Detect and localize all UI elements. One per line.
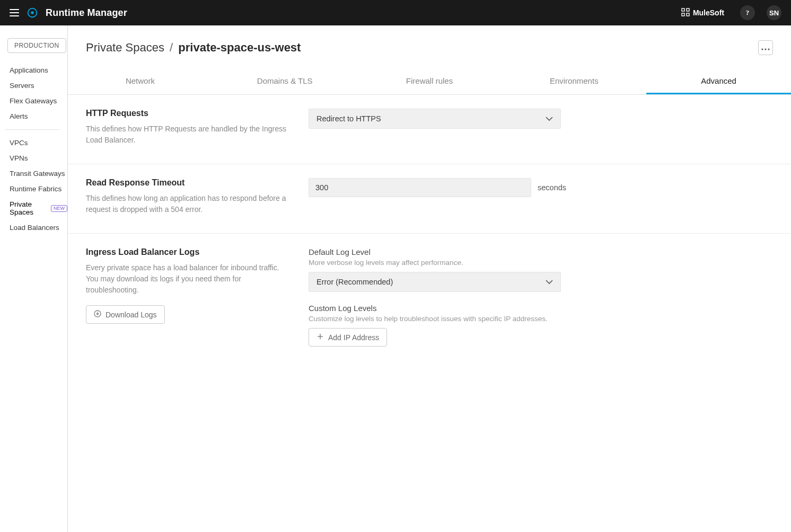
button-label: Add IP Address (328, 333, 379, 342)
main: Private Spaces / private-space-us-west N… (68, 25, 791, 532)
sidebar-item-alerts[interactable]: Alerts (2, 109, 67, 124)
sidebar: PRODUCTION Applications Servers Flex Gat… (0, 25, 68, 532)
section-title: HTTP Requests (86, 109, 287, 118)
field-label: Custom Log Levels (309, 304, 648, 313)
download-icon (94, 310, 101, 319)
svg-rect-5 (687, 13, 689, 16)
sidebar-item-load-balancers[interactable]: Load Balancers (2, 220, 67, 235)
custom-log-levels-block: Custom Log Levels Customize log levels t… (309, 304, 648, 347)
svg-rect-2 (682, 8, 684, 11)
sidebar-item-vpcs[interactable]: VPCs (2, 135, 67, 150)
tabs: Network Domains & TLS Firewall rules Env… (68, 70, 791, 95)
chevron-down-icon (546, 278, 553, 286)
download-logs-button[interactable]: Download Logs (86, 305, 165, 324)
page-header: Private Spaces / private-space-us-west (68, 25, 791, 57)
section-http-requests: HTTP Requests This defines how HTTP Requ… (68, 95, 791, 164)
sidebar-item-private-spaces[interactable]: Private Spaces NEW (2, 197, 67, 220)
sidebar-item-runtime-fabrics[interactable]: Runtime Fabrics (2, 181, 67, 197)
sidebar-item-label: Private Spaces (10, 200, 48, 216)
svg-point-8 (768, 48, 769, 50)
grid-icon (681, 8, 690, 18)
new-pill: NEW (51, 205, 67, 212)
svg-point-1 (31, 11, 34, 14)
svg-rect-3 (687, 8, 689, 11)
select-value: Redirect to HTTPS (317, 114, 381, 123)
chevron-down-icon (546, 114, 553, 123)
section-description: Every private space has a load balancer … (86, 262, 287, 296)
tab-environments[interactable]: Environments (502, 70, 646, 94)
help-button[interactable]: ? (740, 5, 755, 20)
sidebar-item-label: Servers (10, 82, 34, 90)
sidebar-item-label: VPCs (10, 139, 28, 147)
app-title: Runtime Manager (46, 7, 127, 19)
breadcrumb-parent[interactable]: Private Spaces (86, 41, 164, 54)
app-logo-icon (27, 7, 38, 19)
select-value: Error (Recommended) (317, 278, 393, 286)
tab-firewall[interactable]: Firewall rules (357, 70, 502, 94)
plus-icon (317, 333, 324, 342)
field-label: Default Log Level (309, 247, 648, 256)
add-ip-address-button[interactable]: Add IP Address (309, 328, 387, 347)
section-read-response-timeout: Read Response Timeout This defines how l… (68, 164, 791, 234)
tab-domains-tls[interactable]: Domains & TLS (213, 70, 357, 94)
section-title: Ingress Load Balancer Logs (86, 247, 287, 257)
svg-rect-4 (682, 13, 684, 16)
breadcrumb-current: private-space-us-west (178, 41, 301, 54)
default-log-level-block: Default Log Level More verbose log level… (309, 247, 648, 292)
sidebar-item-label: Runtime Fabrics (10, 185, 61, 193)
sidebar-item-label: Load Balancers (10, 224, 59, 232)
sidebar-item-label: Applications (10, 66, 48, 74)
section-description: This defines how long an application has… (86, 193, 287, 215)
breadcrumb: Private Spaces / private-space-us-west (86, 41, 301, 55)
field-hint: More verbose log levels may affect perfo… (309, 259, 648, 267)
sidebar-item-label: Alerts (10, 112, 28, 120)
tab-advanced[interactable]: Advanced (646, 70, 791, 94)
timeout-input[interactable] (309, 178, 531, 197)
more-actions-button[interactable] (758, 40, 773, 55)
sidebar-item-applications[interactable]: Applications (2, 63, 67, 78)
sidebar-item-label: Transit Gateways (10, 170, 65, 178)
hamburger-icon[interactable] (10, 9, 19, 16)
sidebar-item-flex-gateways[interactable]: Flex Gateways (2, 93, 67, 109)
section-ingress-lb-logs: Ingress Load Balancer Logs Every private… (68, 234, 791, 376)
brand-link[interactable]: MuleSoft (681, 8, 724, 18)
help-icon: ? (746, 8, 750, 17)
svg-point-7 (764, 48, 766, 50)
brand-label: MuleSoft (693, 8, 724, 17)
field-hint: Customize log levels to help troubleshoo… (309, 315, 648, 323)
breadcrumb-separator: / (168, 41, 175, 54)
svg-point-6 (761, 48, 763, 50)
avatar-initials: SN (769, 9, 779, 17)
section-title: Read Response Timeout (86, 178, 287, 188)
sidebar-separator (5, 129, 60, 130)
section-description: This defines how HTTP Requests are handl… (86, 123, 287, 146)
button-label: Download Logs (106, 311, 157, 319)
environment-badge[interactable]: PRODUCTION (7, 38, 66, 53)
sidebar-item-vpns[interactable]: VPNs (2, 150, 67, 166)
sidebar-item-transit-gateways[interactable]: Transit Gateways (2, 166, 67, 181)
sidebar-item-label: Flex Gateways (10, 97, 57, 105)
sidebar-item-servers[interactable]: Servers (2, 78, 67, 93)
default-log-level-select[interactable]: Error (Recommended) (309, 272, 561, 292)
http-requests-select[interactable]: Redirect to HTTPS (309, 109, 561, 129)
avatar-button[interactable]: SN (767, 5, 781, 20)
timeout-unit: seconds (538, 183, 566, 192)
sidebar-item-label: VPNs (10, 154, 28, 162)
tab-network[interactable]: Network (68, 70, 213, 94)
ellipsis-icon (761, 44, 770, 52)
topbar: Runtime Manager MuleSoft ? SN (0, 0, 791, 25)
